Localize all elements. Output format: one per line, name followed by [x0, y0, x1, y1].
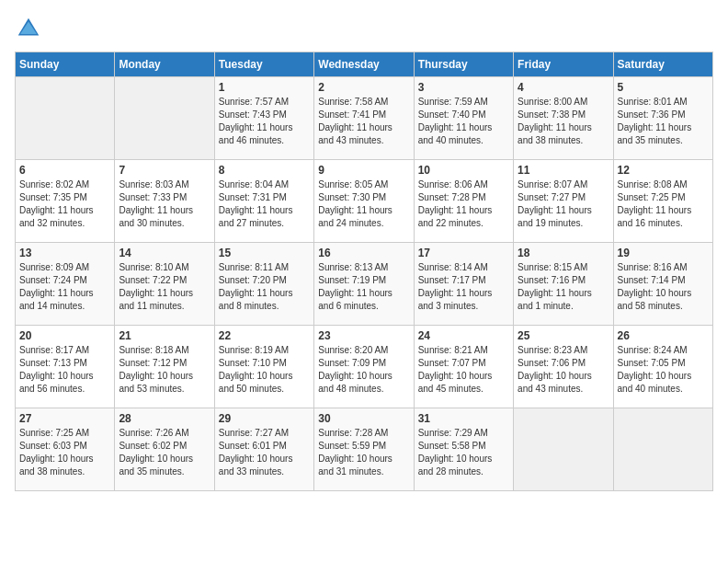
day-number: 28	[119, 412, 210, 425]
day-number: 15	[219, 247, 310, 259]
day-number: 25	[518, 329, 609, 342]
day-number: 30	[318, 412, 409, 425]
cell-content: Sunrise: 8:13 AM Sunset: 7:19 PM Dayligh…	[318, 261, 409, 313]
day-number: 24	[418, 329, 509, 342]
calendar-cell	[514, 408, 613, 491]
calendar-cell: 18Sunrise: 8:15 AM Sunset: 7:16 PM Dayli…	[514, 243, 613, 326]
calendar-cell: 11Sunrise: 8:07 AM Sunset: 7:27 PM Dayli…	[514, 160, 613, 243]
calendar-cell: 30Sunrise: 7:28 AM Sunset: 5:59 PM Dayli…	[314, 408, 414, 491]
calendar-cell: 22Sunrise: 8:19 AM Sunset: 7:10 PM Dayli…	[214, 326, 313, 408]
cell-content: Sunrise: 8:14 AM Sunset: 7:17 PM Dayligh…	[418, 261, 509, 313]
calendar-cell: 29Sunrise: 7:27 AM Sunset: 6:01 PM Dayli…	[214, 408, 313, 491]
day-number: 13	[19, 247, 110, 259]
calendar-cell: 12Sunrise: 8:08 AM Sunset: 7:25 PM Dayli…	[613, 160, 712, 243]
cell-content: Sunrise: 8:05 AM Sunset: 7:30 PM Dayligh…	[318, 178, 409, 230]
calendar-cell: 19Sunrise: 8:16 AM Sunset: 7:14 PM Dayli…	[613, 243, 712, 326]
calendar-cell: 4Sunrise: 8:00 AM Sunset: 7:38 PM Daylig…	[514, 77, 613, 160]
day-number: 12	[618, 164, 709, 177]
day-number: 7	[119, 164, 210, 177]
cell-content: Sunrise: 8:10 AM Sunset: 7:22 PM Dayligh…	[119, 261, 210, 313]
week-row-2: 6Sunrise: 8:02 AM Sunset: 7:35 PM Daylig…	[16, 160, 713, 243]
calendar-cell: 2Sunrise: 7:58 AM Sunset: 7:41 PM Daylig…	[314, 77, 414, 160]
header-row: SundayMondayTuesdayWednesdayThursdayFrid…	[16, 52, 713, 77]
calendar-cell: 6Sunrise: 8:02 AM Sunset: 7:35 PM Daylig…	[16, 160, 115, 243]
cell-content: Sunrise: 8:11 AM Sunset: 7:20 PM Dayligh…	[219, 261, 310, 313]
calendar-cell	[613, 408, 712, 491]
cell-content: Sunrise: 8:03 AM Sunset: 7:33 PM Dayligh…	[119, 178, 210, 230]
cell-content: Sunrise: 8:19 AM Sunset: 7:10 PM Dayligh…	[219, 344, 310, 396]
cell-content: Sunrise: 7:27 AM Sunset: 6:01 PM Dayligh…	[219, 427, 310, 478]
cell-content: Sunrise: 8:18 AM Sunset: 7:12 PM Dayligh…	[119, 344, 210, 396]
day-number: 14	[119, 247, 210, 259]
calendar-cell: 15Sunrise: 8:11 AM Sunset: 7:20 PM Dayli…	[214, 243, 313, 326]
cell-content: Sunrise: 8:07 AM Sunset: 7:27 PM Dayligh…	[518, 178, 609, 230]
day-number: 2	[318, 81, 409, 94]
cell-content: Sunrise: 8:06 AM Sunset: 7:28 PM Dayligh…	[418, 178, 509, 230]
logo	[15, 15, 46, 42]
day-number: 11	[518, 164, 609, 177]
calendar-cell: 27Sunrise: 7:25 AM Sunset: 6:03 PM Dayli…	[16, 408, 115, 491]
day-number: 10	[418, 164, 509, 177]
cell-content: Sunrise: 8:01 AM Sunset: 7:36 PM Dayligh…	[618, 96, 709, 147]
day-number: 16	[318, 247, 409, 259]
day-number: 26	[618, 329, 709, 342]
week-row-5: 27Sunrise: 7:25 AM Sunset: 6:03 PM Dayli…	[16, 408, 713, 491]
cell-content: Sunrise: 7:57 AM Sunset: 7:43 PM Dayligh…	[219, 96, 310, 147]
cell-content: Sunrise: 8:00 AM Sunset: 7:38 PM Dayligh…	[518, 96, 609, 147]
page-header	[15, 15, 713, 42]
cell-content: Sunrise: 7:29 AM Sunset: 5:58 PM Dayligh…	[418, 427, 509, 478]
logo-icon	[15, 15, 42, 42]
calendar-cell: 13Sunrise: 8:09 AM Sunset: 7:24 PM Dayli…	[16, 243, 115, 326]
calendar-cell: 21Sunrise: 8:18 AM Sunset: 7:12 PM Dayli…	[115, 326, 214, 408]
cell-content: Sunrise: 8:23 AM Sunset: 7:06 PM Dayligh…	[518, 344, 609, 396]
day-number: 21	[119, 329, 210, 342]
day-number: 19	[618, 247, 709, 259]
calendar-cell: 10Sunrise: 8:06 AM Sunset: 7:28 PM Dayli…	[414, 160, 513, 243]
calendar-cell	[16, 77, 115, 160]
calendar-cell	[115, 77, 214, 160]
day-number: 5	[618, 81, 709, 94]
cell-content: Sunrise: 8:16 AM Sunset: 7:14 PM Dayligh…	[618, 261, 709, 313]
calendar-cell: 23Sunrise: 8:20 AM Sunset: 7:09 PM Dayli…	[314, 326, 414, 408]
day-header-wednesday: Wednesday	[314, 52, 414, 77]
calendar-table: SundayMondayTuesdayWednesdayThursdayFrid…	[15, 52, 713, 491]
day-number: 9	[318, 164, 409, 177]
day-number: 20	[19, 329, 110, 342]
day-number: 18	[518, 247, 609, 259]
cell-content: Sunrise: 8:20 AM Sunset: 7:09 PM Dayligh…	[318, 344, 409, 396]
day-number: 6	[19, 164, 110, 177]
day-header-sunday: Sunday	[16, 52, 115, 77]
day-number: 27	[19, 412, 110, 425]
calendar-cell: 31Sunrise: 7:29 AM Sunset: 5:58 PM Dayli…	[414, 408, 513, 491]
calendar-cell: 7Sunrise: 8:03 AM Sunset: 7:33 PM Daylig…	[115, 160, 214, 243]
week-row-1: 1Sunrise: 7:57 AM Sunset: 7:43 PM Daylig…	[16, 77, 713, 160]
day-number: 23	[318, 329, 409, 342]
day-header-monday: Monday	[115, 52, 214, 77]
cell-content: Sunrise: 8:08 AM Sunset: 7:25 PM Dayligh…	[618, 178, 709, 230]
cell-content: Sunrise: 8:21 AM Sunset: 7:07 PM Dayligh…	[418, 344, 509, 396]
cell-content: Sunrise: 8:17 AM Sunset: 7:13 PM Dayligh…	[19, 344, 110, 396]
calendar-cell: 20Sunrise: 8:17 AM Sunset: 7:13 PM Dayli…	[16, 326, 115, 408]
calendar-cell: 28Sunrise: 7:26 AM Sunset: 6:02 PM Dayli…	[115, 408, 214, 491]
calendar-cell: 16Sunrise: 8:13 AM Sunset: 7:19 PM Dayli…	[314, 243, 414, 326]
week-row-4: 20Sunrise: 8:17 AM Sunset: 7:13 PM Dayli…	[16, 326, 713, 408]
day-number: 22	[219, 329, 310, 342]
day-number: 17	[418, 247, 509, 259]
calendar-cell: 26Sunrise: 8:24 AM Sunset: 7:05 PM Dayli…	[613, 326, 712, 408]
cell-content: Sunrise: 7:26 AM Sunset: 6:02 PM Dayligh…	[119, 427, 210, 478]
cell-content: Sunrise: 7:28 AM Sunset: 5:59 PM Dayligh…	[318, 427, 409, 478]
day-number: 8	[219, 164, 310, 177]
cell-content: Sunrise: 7:59 AM Sunset: 7:40 PM Dayligh…	[418, 96, 509, 147]
cell-content: Sunrise: 8:02 AM Sunset: 7:35 PM Dayligh…	[19, 178, 110, 230]
calendar-cell: 24Sunrise: 8:21 AM Sunset: 7:07 PM Dayli…	[414, 326, 513, 408]
day-header-friday: Friday	[514, 52, 613, 77]
cell-content: Sunrise: 7:58 AM Sunset: 7:41 PM Dayligh…	[318, 96, 409, 147]
week-row-3: 13Sunrise: 8:09 AM Sunset: 7:24 PM Dayli…	[16, 243, 713, 326]
day-number: 3	[418, 81, 509, 94]
calendar-cell: 1Sunrise: 7:57 AM Sunset: 7:43 PM Daylig…	[214, 77, 313, 160]
calendar-cell: 3Sunrise: 7:59 AM Sunset: 7:40 PM Daylig…	[414, 77, 513, 160]
cell-content: Sunrise: 7:25 AM Sunset: 6:03 PM Dayligh…	[19, 427, 110, 478]
day-header-saturday: Saturday	[613, 52, 712, 77]
cell-content: Sunrise: 8:24 AM Sunset: 7:05 PM Dayligh…	[618, 344, 709, 396]
day-number: 29	[219, 412, 310, 425]
